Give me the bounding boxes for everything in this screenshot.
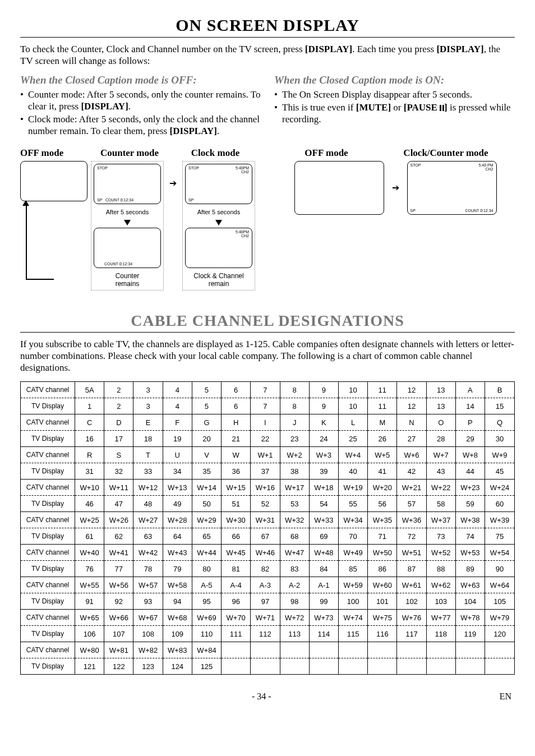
catv-cell: W+54 bbox=[485, 545, 514, 561]
catv-cell: O bbox=[426, 414, 455, 431]
catv-cell: W+28 bbox=[163, 512, 192, 528]
catv-cell: W+79 bbox=[485, 610, 514, 626]
tv-cell: 116 bbox=[368, 626, 397, 642]
clock-mode-screen-remain: 5:40PMCH2 bbox=[185, 228, 252, 268]
count-text: COUNT 0:12:34 bbox=[104, 262, 132, 266]
tv-cell: 53 bbox=[280, 496, 309, 512]
counter-mode-group: STOP SP COUNT 0:12:34 After 5 seconds CO… bbox=[91, 161, 164, 291]
catv-cell: W+56 bbox=[104, 577, 133, 593]
down-arrow-icon bbox=[215, 220, 222, 225]
tv-cell: 77 bbox=[104, 561, 133, 577]
catv-cell: B bbox=[485, 382, 514, 398]
clock-counter-mode-label: Clock/Counter mode bbox=[377, 147, 515, 159]
tv-cell: 14 bbox=[455, 398, 485, 414]
catv-cell: W+7 bbox=[426, 447, 455, 463]
tv-cell: 48 bbox=[133, 496, 163, 512]
catv-cell bbox=[251, 642, 280, 658]
right-arrow-icon bbox=[169, 178, 177, 188]
tv-row-header: TV Display bbox=[21, 528, 75, 545]
catv-cell: 13 bbox=[426, 382, 455, 398]
tv-row-header: TV Display bbox=[21, 398, 75, 414]
tv-cell bbox=[397, 658, 426, 675]
tv-cell: 80 bbox=[192, 561, 221, 577]
footer-lang: EN bbox=[500, 692, 511, 702]
catv-row-header: CATV channel bbox=[21, 512, 75, 528]
tv-cell: 101 bbox=[368, 593, 397, 610]
counter-mode-screen-full: STOP SP COUNT 0:12:34 bbox=[94, 164, 161, 204]
catv-cell: W+50 bbox=[368, 545, 397, 561]
ch-text: CH2 bbox=[241, 170, 249, 174]
catv-cell bbox=[455, 642, 485, 658]
tv-cell: 67 bbox=[251, 528, 280, 545]
catv-cell: L bbox=[338, 414, 367, 431]
tv-cell: 49 bbox=[163, 496, 192, 512]
tv-cell: 20 bbox=[192, 431, 221, 447]
off-mode-screen-right bbox=[294, 161, 384, 215]
counter-mode-screen-remain: COUNT 0:12:34 bbox=[94, 228, 161, 268]
catv-cell: D bbox=[104, 414, 133, 431]
after-5-seconds: After 5 seconds bbox=[197, 209, 240, 215]
tv-cell bbox=[309, 658, 338, 675]
tv-cell: 17 bbox=[104, 431, 133, 447]
off-mode-label: OFF mode bbox=[20, 147, 87, 159]
tv-cell: 38 bbox=[280, 463, 309, 480]
tv-cell: 110 bbox=[192, 626, 221, 642]
catv-cell: 2 bbox=[104, 382, 133, 398]
tv-cell: 42 bbox=[397, 463, 426, 480]
stop-text: STOP bbox=[188, 166, 199, 170]
catv-cell: W+81 bbox=[104, 642, 133, 658]
tv-cell: 107 bbox=[104, 626, 133, 642]
counter-remains-caption: Counter remains bbox=[116, 272, 140, 288]
tv-cell: 87 bbox=[397, 561, 426, 577]
cc-on-heading: When the Closed Caption mode is ON: bbox=[274, 74, 515, 86]
tv-cell: 57 bbox=[397, 496, 426, 512]
catv-cell: I bbox=[251, 414, 280, 431]
catv-cell: W+53 bbox=[455, 545, 485, 561]
catv-cell: W+38 bbox=[455, 512, 485, 528]
tv-cell: 15 bbox=[485, 398, 514, 414]
cc-off-heading: When the Closed Caption mode is OFF: bbox=[20, 74, 261, 86]
catv-cell: W+32 bbox=[280, 512, 309, 528]
tv-cell: 27 bbox=[397, 431, 426, 447]
tv-row-header: TV Display bbox=[21, 593, 75, 610]
catv-cell: K bbox=[309, 414, 338, 431]
tv-cell: 111 bbox=[222, 626, 251, 642]
catv-cell: W+72 bbox=[280, 610, 309, 626]
tv-cell: 21 bbox=[222, 431, 251, 447]
rule bbox=[20, 332, 515, 333]
cable-intro-text: If you subscribe to cable TV, the channe… bbox=[20, 338, 515, 374]
tv-cell: 106 bbox=[75, 626, 104, 642]
catv-cell: W+34 bbox=[338, 512, 367, 528]
catv-cell: W+48 bbox=[309, 545, 338, 561]
catv-cell: C bbox=[75, 414, 104, 431]
catv-cell: W+29 bbox=[192, 512, 221, 528]
tv-row-header: TV Display bbox=[21, 626, 75, 642]
catv-cell: G bbox=[192, 414, 221, 431]
tv-cell: 85 bbox=[338, 561, 367, 577]
tv-cell: 82 bbox=[251, 561, 280, 577]
catv-cell: W+41 bbox=[104, 545, 133, 561]
catv-cell: W+57 bbox=[133, 577, 163, 593]
tv-cell bbox=[251, 658, 280, 675]
tv-cell: 105 bbox=[485, 593, 514, 610]
tv-cell: 103 bbox=[426, 593, 455, 610]
tv-cell: 43 bbox=[426, 463, 455, 480]
catv-cell: W+60 bbox=[368, 577, 397, 593]
tv-cell: 31 bbox=[75, 463, 104, 480]
tv-cell: 69 bbox=[309, 528, 338, 545]
counter-mode-label: Counter mode bbox=[87, 147, 172, 159]
tv-cell: 22 bbox=[251, 431, 280, 447]
tv-cell: 51 bbox=[222, 496, 251, 512]
catv-cell: W+78 bbox=[455, 610, 485, 626]
catv-cell: W+83 bbox=[163, 642, 192, 658]
catv-cell: W+43 bbox=[163, 545, 192, 561]
tv-cell: 70 bbox=[338, 528, 367, 545]
cc-off-bullet-1: Counter mode: After 5 seconds, only the … bbox=[20, 89, 261, 113]
catv-cell: W+59 bbox=[338, 577, 367, 593]
catv-cell: W+20 bbox=[368, 480, 397, 496]
tv-cell: 94 bbox=[163, 593, 192, 610]
catv-cell: W+64 bbox=[485, 577, 514, 593]
catv-cell: P bbox=[455, 414, 485, 431]
tv-cell: 45 bbox=[485, 463, 514, 480]
tv-cell: 92 bbox=[104, 593, 133, 610]
